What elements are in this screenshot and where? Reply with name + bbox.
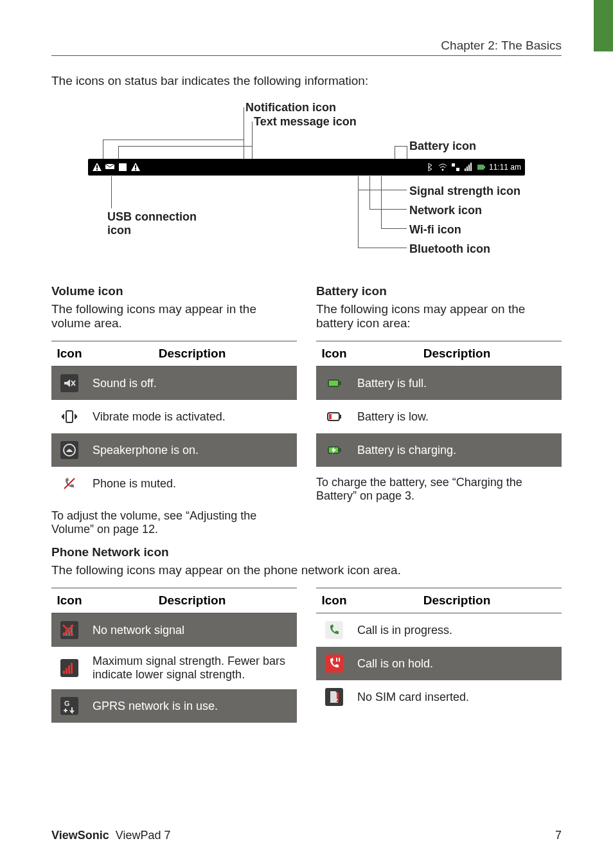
warn-icon — [92, 162, 102, 172]
wifi-label: Wi-fi icon — [409, 223, 461, 237]
call-progress-icon — [325, 621, 343, 639]
net-th-desc-l: Description — [87, 588, 297, 613]
bluetooth-label: Bluetooth icon — [409, 242, 490, 256]
row-desc: Maximum signal strength. Fewer bars indi… — [87, 647, 297, 689]
volume-note: To adjust the volume, see “Adjusting the… — [51, 509, 297, 536]
table-row: Call is in progress. — [316, 613, 562, 647]
svg-rect-39 — [63, 671, 65, 674]
sound-off-icon — [60, 374, 78, 392]
table-row: Call is on hold. — [316, 647, 562, 680]
brand-rest: ViewPad 7 — [116, 829, 171, 842]
svg-rect-9 — [465, 168, 466, 171]
svg-rect-10 — [466, 167, 468, 171]
row-desc: GPRS network is in use. — [87, 689, 297, 723]
bt-mini-icon — [425, 162, 435, 172]
svg-rect-14 — [484, 166, 485, 168]
phone-muted-icon — [60, 475, 78, 493]
svg-rect-47 — [336, 658, 337, 662]
table-row: Speakerphone is on. — [51, 433, 297, 467]
bat-mini-icon — [476, 162, 486, 172]
svg-rect-27 — [329, 414, 332, 419]
svg-rect-23 — [339, 381, 341, 385]
network-desc: The following icons may appear on the ph… — [51, 563, 562, 577]
row-desc: Sound is off. — [87, 366, 297, 401]
warn2-icon — [130, 162, 141, 172]
battery-full-icon — [325, 374, 343, 392]
net-th-desc-r: Description — [352, 588, 562, 613]
signal-bars-icon — [60, 659, 78, 677]
network-table-left: Icon Description No network signal Maxim… — [51, 588, 297, 723]
msg-icon — [105, 162, 115, 172]
svg-rect-41 — [68, 665, 70, 674]
intro-text: The icons on status bar indicates the fo… — [51, 74, 562, 88]
sig-mini-icon — [463, 162, 474, 172]
net-mini-icon — [450, 162, 461, 172]
svg-rect-5 — [135, 169, 136, 170]
time-text: 11:11 am — [489, 163, 521, 172]
svg-rect-29 — [339, 448, 341, 452]
battery-heading: Battery icon — [316, 284, 562, 298]
svg-rect-48 — [339, 658, 340, 662]
row-desc: Phone is muted. — [87, 467, 297, 500]
speakerphone-icon — [60, 441, 78, 459]
svg-rect-13 — [477, 165, 484, 170]
volume-desc: The following icons may appear in the vo… — [51, 302, 297, 330]
wifi-mini-icon — [438, 162, 448, 172]
row-desc: No SIM card inserted. — [352, 680, 562, 714]
alert-icon — [118, 162, 128, 172]
row-desc: Call is on hold. — [352, 647, 562, 680]
chapter-header: Chapter 2: The Basics — [51, 39, 562, 56]
svg-rect-7 — [452, 163, 455, 167]
row-desc: Battery is low. — [352, 400, 562, 433]
table-row: Vibrate mode is activated. — [51, 400, 297, 433]
row-desc: No network signal — [87, 613, 297, 647]
table-row: Sound is off. — [51, 366, 297, 401]
signal-label: Signal strength icon — [409, 185, 520, 198]
text-message-label: Text message icon — [254, 115, 357, 129]
table-row: Maximum signal strength. Fewer bars indi… — [51, 647, 297, 689]
table-row: Battery is low. — [316, 400, 562, 433]
table-row: G GPRS network is in use. — [51, 689, 297, 723]
network-heading: Phone Network icon — [51, 545, 562, 559]
battery-low-icon — [325, 408, 343, 426]
battery-label: Battery icon — [409, 140, 476, 153]
notification-label: Notification icon — [245, 101, 336, 114]
volume-heading: Volume icon — [51, 284, 297, 298]
svg-rect-51 — [337, 700, 339, 702]
volume-th-icon: Icon — [51, 341, 87, 366]
page-number: 7 — [555, 829, 562, 842]
battery-desc: The following icons may appear on the ba… — [316, 302, 562, 330]
net-th-icon-l: Icon — [51, 588, 87, 613]
svg-rect-42 — [71, 663, 73, 674]
brand-bold: ViewSonic — [51, 829, 109, 842]
gprs-icon: G — [60, 697, 78, 715]
svg-rect-8 — [456, 168, 459, 171]
no-signal-icon — [60, 621, 78, 639]
table-row: No network signal — [51, 613, 297, 647]
battery-table: Icon Description Battery is full. Batter… — [316, 341, 562, 467]
battery-th-desc: Description — [352, 341, 562, 366]
battery-charging-icon — [325, 441, 343, 459]
call-hold-icon — [325, 655, 343, 673]
svg-rect-40 — [66, 668, 67, 674]
status-bar-diagram: Notification icon Text message icon Batt… — [88, 101, 525, 262]
no-sim-icon — [325, 688, 343, 706]
svg-rect-45 — [325, 621, 343, 639]
battery-note: To charge the battery, see “Charging the… — [316, 476, 562, 503]
svg-rect-46 — [325, 655, 343, 673]
volume-th-desc: Description — [87, 341, 297, 366]
svg-rect-18 — [66, 411, 73, 422]
footer-brand: ViewSonic ViewPad 7 — [51, 829, 170, 842]
svg-rect-4 — [135, 165, 136, 168]
page-edge-tab — [594, 0, 613, 51]
svg-rect-12 — [470, 163, 472, 171]
svg-text:G: G — [64, 700, 70, 707]
vibrate-icon — [60, 408, 78, 426]
network-table-right: Icon Description Call is in progress. Ca… — [316, 588, 562, 714]
usb-label: USB connection icon — [107, 210, 217, 237]
table-row: No SIM card inserted. — [316, 680, 562, 714]
row-desc: Vibrate mode is activated. — [87, 400, 297, 433]
svg-rect-11 — [468, 165, 470, 171]
battery-th-icon: Icon — [316, 341, 352, 366]
svg-rect-3 — [119, 163, 127, 171]
